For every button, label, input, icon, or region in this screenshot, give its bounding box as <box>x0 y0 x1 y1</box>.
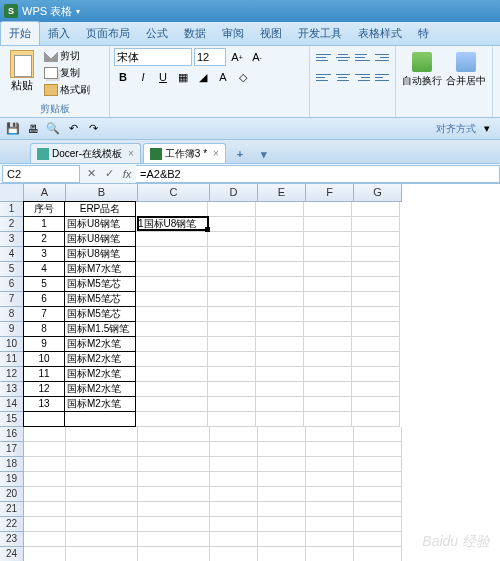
cell-C18[interactable] <box>138 457 210 472</box>
cell-F5[interactable] <box>304 262 352 277</box>
row-header-5[interactable]: 5 <box>0 262 24 277</box>
cell-E24[interactable] <box>258 547 306 561</box>
cell-C1[interactable] <box>136 202 208 217</box>
cell-A17[interactable] <box>24 442 66 457</box>
border-button[interactable]: ▦ <box>174 68 192 86</box>
menu-tab-8[interactable]: 表格样式 <box>350 22 410 45</box>
doc-tab-templates[interactable]: Docer-在线模板× <box>30 143 141 163</box>
cell-B20[interactable] <box>66 487 138 502</box>
format-painter-button[interactable]: 格式刷 <box>42 82 92 98</box>
font-color-button[interactable]: A <box>214 68 232 86</box>
cell-G13[interactable] <box>352 382 400 397</box>
cell-grid[interactable]: 序号ERP品名1国标U8钢笔1国标U8钢笔2国标U8钢笔3国标U8钢笔4国标M7… <box>24 202 402 561</box>
cell-A8[interactable]: 7 <box>23 306 65 322</box>
cell-B16[interactable] <box>66 427 138 442</box>
col-header-F[interactable]: F <box>306 184 354 202</box>
row-header-20[interactable]: 20 <box>0 487 24 502</box>
cell-A13[interactable]: 12 <box>23 381 65 397</box>
font-name-select[interactable] <box>114 48 192 66</box>
cell-C15[interactable] <box>136 412 208 427</box>
cell-E8[interactable] <box>256 307 304 322</box>
cell-D22[interactable] <box>210 517 258 532</box>
cell-G24[interactable] <box>354 547 402 561</box>
outdent-button[interactable] <box>373 68 392 86</box>
cell-E3[interactable] <box>256 232 304 247</box>
preview-button[interactable]: 🔍 <box>44 121 62 137</box>
menu-tab-1[interactable]: 插入 <box>40 22 78 45</box>
cell-B12[interactable]: 国标M2水笔 <box>64 366 136 382</box>
cell-B18[interactable] <box>66 457 138 472</box>
cell-G23[interactable] <box>354 532 402 547</box>
row-header-17[interactable]: 17 <box>0 442 24 457</box>
cell-A2[interactable]: 1 <box>23 216 65 232</box>
cell-C8[interactable] <box>136 307 208 322</box>
cell-G5[interactable] <box>352 262 400 277</box>
cancel-formula-button[interactable]: ✕ <box>82 165 100 183</box>
bold-button[interactable]: B <box>114 68 132 86</box>
select-all-corner[interactable] <box>0 184 24 202</box>
cell-D7[interactable] <box>208 292 256 307</box>
row-header-1[interactable]: 1 <box>0 202 24 217</box>
row-header-9[interactable]: 9 <box>0 322 24 337</box>
cell-C24[interactable] <box>138 547 210 561</box>
cell-C23[interactable] <box>138 532 210 547</box>
cell-G21[interactable] <box>354 502 402 517</box>
cell-B2[interactable]: 国标U8钢笔 <box>64 216 136 232</box>
cell-C21[interactable] <box>138 502 210 517</box>
cell-C17[interactable] <box>138 442 210 457</box>
cell-E2[interactable] <box>256 217 304 232</box>
row-header-15[interactable]: 15 <box>0 412 24 427</box>
cell-A5[interactable]: 4 <box>23 261 65 277</box>
row-header-13[interactable]: 13 <box>0 382 24 397</box>
cell-F17[interactable] <box>306 442 354 457</box>
row-header-4[interactable]: 4 <box>0 247 24 262</box>
fx-button[interactable]: fx <box>118 165 136 183</box>
row-header-14[interactable]: 14 <box>0 397 24 412</box>
cell-F19[interactable] <box>306 472 354 487</box>
cell-D9[interactable] <box>208 322 256 337</box>
cell-E22[interactable] <box>258 517 306 532</box>
cell-F18[interactable] <box>306 457 354 472</box>
cell-B14[interactable]: 国标M2水笔 <box>64 396 136 412</box>
cell-E13[interactable] <box>256 382 304 397</box>
cell-C14[interactable] <box>136 397 208 412</box>
cell-G19[interactable] <box>354 472 402 487</box>
cell-D24[interactable] <box>210 547 258 561</box>
cell-E1[interactable] <box>256 202 304 217</box>
cell-B3[interactable]: 国标U8钢笔 <box>64 231 136 247</box>
cell-A14[interactable]: 13 <box>23 396 65 412</box>
cell-B21[interactable] <box>66 502 138 517</box>
cell-C22[interactable] <box>138 517 210 532</box>
row-header-22[interactable]: 22 <box>0 517 24 532</box>
row-header-2[interactable]: 2 <box>0 217 24 232</box>
row-header-8[interactable]: 8 <box>0 307 24 322</box>
cell-C7[interactable] <box>136 292 208 307</box>
cell-E7[interactable] <box>256 292 304 307</box>
align-middle-button[interactable] <box>334 48 353 66</box>
cell-F2[interactable] <box>304 217 352 232</box>
cell-F11[interactable] <box>304 352 352 367</box>
cell-G9[interactable] <box>352 322 400 337</box>
cell-F13[interactable] <box>304 382 352 397</box>
cell-F12[interactable] <box>304 367 352 382</box>
formula-input[interactable] <box>136 165 500 183</box>
cell-E21[interactable] <box>258 502 306 517</box>
close-icon[interactable]: × <box>213 148 219 159</box>
menu-tab-7[interactable]: 开发工具 <box>290 22 350 45</box>
col-header-C[interactable]: C <box>138 184 210 202</box>
cell-A19[interactable] <box>24 472 66 487</box>
cell-E19[interactable] <box>258 472 306 487</box>
expand-button[interactable]: ▾ <box>478 121 496 137</box>
menu-tab-2[interactable]: 页面布局 <box>78 22 138 45</box>
cell-C3[interactable] <box>136 232 208 247</box>
increase-font-button[interactable]: A+ <box>228 48 246 66</box>
cell-B17[interactable] <box>66 442 138 457</box>
cell-G3[interactable] <box>352 232 400 247</box>
cell-F23[interactable] <box>306 532 354 547</box>
cell-B11[interactable]: 国标M2水笔 <box>64 351 136 367</box>
cell-B13[interactable]: 国标M2水笔 <box>64 381 136 397</box>
cell-D1[interactable] <box>208 202 256 217</box>
cell-F3[interactable] <box>304 232 352 247</box>
cell-C11[interactable] <box>136 352 208 367</box>
cell-E18[interactable] <box>258 457 306 472</box>
